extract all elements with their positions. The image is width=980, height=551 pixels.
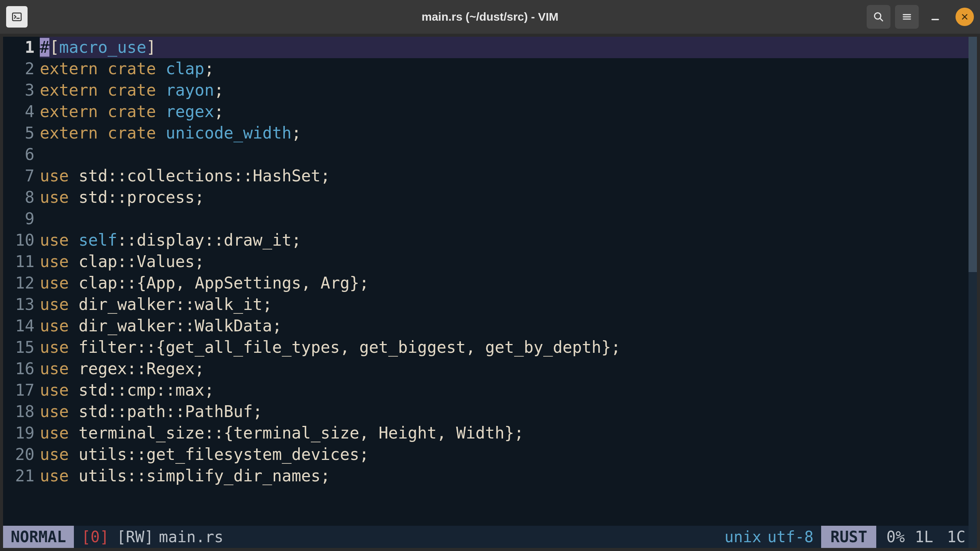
editor[interactable]: 123456789101112131415161718192021 #[macr…: [3, 37, 977, 548]
code-line[interactable]: extern crate clap;: [40, 58, 977, 80]
code-line[interactable]: [40, 208, 977, 230]
token: std: [78, 381, 108, 399]
code-line[interactable]: use self::display::draw_it;: [40, 230, 977, 251]
token: ::: [108, 188, 127, 207]
token: use: [40, 445, 69, 464]
token: ::: [108, 166, 127, 185]
titlebar: main.rs (~/dust/src) - VIM: [0, 0, 980, 34]
token: ;: [204, 381, 214, 399]
code-line[interactable]: use clap::Values;: [40, 251, 977, 272]
token: }: [601, 338, 611, 357]
token: [156, 81, 165, 99]
code-line[interactable]: use utils::get_filesystem_devices;: [40, 444, 977, 465]
code-line[interactable]: extern crate rayon;: [40, 80, 977, 101]
vim-window: main.rs (~/dust/src) - VIM 1234567891011…: [0, 0, 980, 551]
token: [156, 124, 165, 142]
hamburger-icon: [902, 11, 912, 22]
code-area[interactable]: 123456789101112131415161718192021 #[macr…: [3, 37, 977, 526]
token: [69, 316, 78, 335]
token: ;: [359, 274, 369, 292]
code-line[interactable]: extern crate unicode_width;: [40, 122, 977, 144]
code-line[interactable]: use dir_walker::WalkData;: [40, 315, 977, 337]
app-icon[interactable]: [6, 6, 28, 28]
code-line[interactable]: use terminal_size::{terminal_size, Heigh…: [40, 422, 977, 444]
token: use: [40, 424, 69, 442]
token: get_all_file_types: [166, 338, 340, 357]
code-line[interactable]: use dir_walker::walk_it;: [40, 294, 977, 315]
search-button[interactable]: [867, 5, 890, 29]
token: ;: [263, 295, 272, 314]
token: [69, 424, 78, 442]
token: ;: [320, 466, 330, 485]
token: std: [78, 188, 108, 207]
code-line[interactable]: use regex::Regex;: [40, 358, 977, 380]
minimize-button[interactable]: [923, 5, 947, 29]
token: ;: [214, 102, 224, 121]
titlebar-controls: [867, 5, 974, 29]
token: ;: [253, 402, 262, 421]
close-button[interactable]: [956, 8, 974, 26]
token: ;: [292, 231, 301, 249]
menu-button[interactable]: [895, 5, 919, 29]
token: ::: [117, 231, 137, 249]
token: ,: [301, 274, 321, 292]
token: walk_it: [195, 295, 263, 314]
code-line[interactable]: #[macro_use]: [40, 37, 977, 58]
code-line[interactable]: extern crate regex;: [40, 101, 977, 122]
token: filter: [78, 338, 137, 357]
token: ;: [204, 59, 214, 78]
code-line[interactable]: use clap::{App, AppSettings, Arg};: [40, 272, 977, 294]
token: ::: [137, 338, 156, 357]
close-icon: [961, 13, 969, 21]
line-number: 18: [3, 401, 34, 422]
token: [69, 252, 78, 271]
token: [98, 81, 108, 99]
code-line[interactable]: use std::collections::HashSet;: [40, 165, 977, 187]
token: }: [350, 274, 359, 292]
line-number: 7: [3, 165, 34, 187]
token: ,: [340, 338, 359, 357]
token: ::: [117, 252, 137, 271]
status-line: 1L: [915, 528, 947, 546]
token: AppSettings: [195, 274, 301, 292]
code-line[interactable]: use std::process;: [40, 187, 977, 208]
token: use: [40, 402, 69, 421]
scrollbar-thumb[interactable]: [969, 37, 977, 272]
code-line[interactable]: use filter::{get_all_file_types, get_big…: [40, 337, 977, 358]
token: {: [224, 424, 233, 442]
token: display: [137, 231, 204, 249]
code-content[interactable]: #[macro_use]extern crate clap;extern cra…: [40, 37, 977, 526]
token: ;: [195, 359, 204, 378]
token: ,: [437, 424, 456, 442]
token: ,: [175, 274, 195, 292]
token: get_biggest: [359, 338, 466, 357]
token: Arg: [320, 274, 350, 292]
token: [69, 166, 78, 185]
scrollbar[interactable]: [969, 37, 977, 548]
token: terminal_size: [78, 424, 204, 442]
code-line[interactable]: use std::path::PathBuf;: [40, 401, 977, 422]
token: ::: [175, 295, 195, 314]
statusline: NORMAL [0] [RW] main.rs unix utf-8 RUST …: [3, 526, 977, 548]
token: crate: [108, 59, 156, 78]
token: extern: [40, 59, 98, 78]
token: ;: [514, 424, 524, 442]
line-number: 12: [3, 272, 34, 294]
status-fileformat: unix: [724, 528, 767, 546]
token: rayon: [166, 81, 214, 99]
token: Values: [137, 252, 195, 271]
token: [69, 402, 78, 421]
code-line[interactable]: use std::cmp::max;: [40, 380, 977, 401]
code-line[interactable]: [40, 144, 977, 165]
token: ;: [291, 124, 301, 142]
line-number: 2: [3, 58, 34, 80]
line-number: 17: [3, 380, 34, 401]
token: self: [78, 231, 117, 249]
token: draw_it: [224, 231, 291, 249]
token: unicode_width: [166, 124, 292, 142]
token: ;: [195, 252, 204, 271]
token: Regex: [146, 359, 194, 378]
line-number: 14: [3, 315, 34, 337]
code-line[interactable]: use utils::simplify_dir_names;: [40, 465, 977, 487]
token: utils: [78, 466, 127, 485]
